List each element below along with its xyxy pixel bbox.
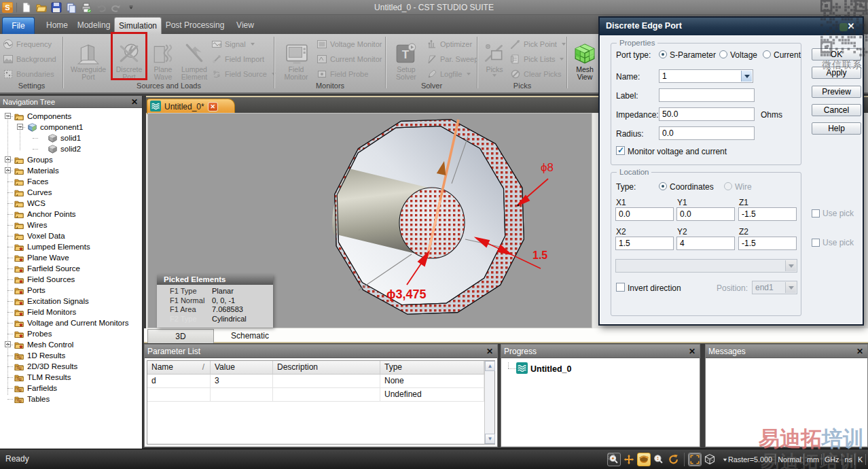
document-tab-close-icon[interactable]: ✕ — [208, 102, 218, 111]
ribbon-button-mesh-view[interactable]: Mesh View — [571, 35, 598, 81]
tree-item-groups[interactable]: Groups — [14, 154, 53, 165]
ribbon-button-frequency[interactable]: Frequency — [3, 38, 52, 50]
use-pick-checkbox[interactable] — [812, 239, 820, 247]
ribbon-button-logfile[interactable]: Logfile — [427, 68, 471, 80]
tree-item-tlm-results[interactable]: TLM Results — [14, 372, 71, 383]
coord-input-z2[interactable]: -1.5 — [738, 237, 797, 250]
tab-3d[interactable]: 3D — [147, 329, 214, 343]
tree-item-voltage-and-current-monitors[interactable]: Voltage and Current Monitors — [14, 317, 129, 328]
close-icon[interactable]: ✕ — [855, 347, 865, 356]
tree-item-ports[interactable]: Ports — [14, 285, 46, 296]
tree-item-excitation-signals[interactable]: Excitation Signals — [14, 296, 89, 307]
tree-item-plane-wave[interactable]: Plane Wave — [14, 252, 69, 263]
radio-wire[interactable] — [724, 182, 732, 190]
ribbon-button-field-monitor[interactable]: Field Monitor — [277, 35, 315, 81]
parameter-row[interactable]: d3None — [147, 375, 484, 388]
tree-item-faces[interactable]: Faces — [14, 176, 48, 187]
coord-input-z1[interactable]: -1.5 — [738, 207, 797, 221]
close-icon[interactable]: ✕ — [130, 97, 139, 107]
label-input[interactable] — [659, 88, 755, 102]
wire-cube-icon[interactable] — [703, 453, 717, 466]
column-header-name[interactable]: Name/ — [147, 361, 211, 374]
rotate-icon[interactable] — [637, 453, 651, 466]
tree-item-solid2[interactable]: solid2 — [48, 143, 81, 154]
tree-item-farfields[interactable]: Farfields — [14, 383, 57, 394]
tree-item-anchor-points[interactable]: Anchor Points — [14, 209, 76, 220]
ribbon-button-boundaries[interactable]: Boundaries — [3, 68, 54, 80]
radius-input[interactable]: 0.0 — [659, 126, 755, 140]
tree-item-field-sources[interactable]: Field Sources — [14, 274, 75, 285]
progress-item[interactable]: Untitled_0 — [516, 362, 571, 376]
scroll-up-icon[interactable]: ▲ — [485, 361, 495, 371]
radio-coordinates[interactable] — [659, 182, 667, 190]
ribbon-button-picks[interactable]: Picks — [479, 35, 510, 77]
radio-voltage[interactable] — [719, 50, 727, 58]
ribbon-button-clear-picks[interactable]: Clear Picks — [510, 68, 562, 80]
tree-item-components[interactable]: Components — [14, 111, 71, 122]
tree-item-wires[interactable]: Wires — [14, 220, 47, 230]
tree-item-materials[interactable]: Materials — [14, 165, 59, 176]
use-pick-checkbox[interactable] — [812, 209, 820, 218]
ribbon-button-pick-point[interactable]: Pick Point — [510, 38, 566, 50]
ribbon-button-optimizer[interactable]: Optimizer — [427, 38, 472, 50]
tree-item-voxel-data[interactable]: Voxel Data — [14, 230, 65, 241]
ribbon-button-waveguide-port[interactable]: Waveguide Port — [67, 35, 110, 81]
zoom-in-icon[interactable] — [607, 453, 621, 466]
radio-current[interactable] — [763, 50, 771, 58]
column-header-value[interactable]: Value — [211, 361, 273, 374]
coord-input-y1[interactable]: 0.0 — [676, 207, 735, 221]
monitor-checkbox[interactable] — [616, 146, 625, 155]
tab-post-processing[interactable]: Post Processing — [163, 17, 227, 34]
ribbon-button-current-monitor[interactable]: Current Monitor — [317, 53, 382, 65]
coord-input-y2[interactable]: 4 — [676, 237, 735, 250]
combo-dropdown-icon[interactable] — [741, 71, 752, 82]
tree-item-curves[interactable]: Curves — [14, 187, 52, 198]
tree-item-wcs[interactable]: WCS — [14, 198, 46, 209]
ribbon-button-field-probe[interactable]: Field Probe — [317, 68, 368, 80]
scroll-down-icon[interactable]: ▼ — [485, 434, 495, 444]
tree-item-lumped-elements[interactable]: Lumped Elements — [14, 241, 90, 252]
close-icon[interactable]: ✕ — [485, 347, 494, 356]
table-scrollbar[interactable]: ▲ ▼ — [484, 361, 494, 444]
3d-viewport[interactable]: ϕ8 1.5 ϕ3,475 Picked Elements F1 Type Pl… — [147, 113, 592, 328]
radio-s-parameter[interactable] — [659, 50, 667, 58]
invert-direction-checkbox[interactable] — [616, 283, 625, 292]
column-header-description[interactable]: Description — [273, 361, 380, 374]
coord-input-x1[interactable]: 0.0 — [615, 207, 674, 221]
zoom-range-icon[interactable] — [652, 453, 666, 466]
ribbon-button-background[interactable]: Background — [3, 53, 56, 65]
tree-item-probes[interactable]: Probes — [14, 328, 52, 339]
ribbon-button-field-import[interactable]: Field Import — [211, 53, 264, 65]
close-icon[interactable]: ✕ — [687, 347, 697, 356]
preview-button[interactable]: Preview — [812, 86, 861, 98]
tree-item-field-monitors[interactable]: Field Monitors — [14, 307, 76, 317]
orbit-icon[interactable] — [667, 453, 681, 466]
parameter-row[interactable]: Undefined — [147, 388, 484, 402]
ribbon-button-plane-wave[interactable]: Plane Wave — [148, 35, 178, 81]
column-header-type[interactable]: Type — [380, 361, 484, 374]
ribbon-button-field-source[interactable]: Field Source — [211, 68, 276, 80]
tab-file[interactable]: File — [2, 17, 35, 34]
ribbon-button-par.-sweep[interactable]: Par. Sweep — [427, 53, 478, 65]
ribbon-button-voltage-monitor[interactable]: Voltage Monitor — [317, 38, 382, 50]
tree-item-2d-3d-results[interactable]: 2D/3D Results — [14, 361, 77, 372]
impedance-input[interactable]: 50.0 — [659, 107, 755, 121]
ribbon-button-pick-lists[interactable]: Pick Lists — [510, 53, 564, 65]
help-button[interactable]: Help — [812, 122, 861, 135]
ribbon-button-signal[interactable]: e Signal — [211, 38, 255, 50]
tab-schematic[interactable]: Schematic — [231, 329, 269, 343]
ribbon-button-lumped-element[interactable]: Lumped Element — [178, 35, 211, 81]
ribbon-button-setup-solver[interactable]: T Setup Solver — [387, 35, 425, 81]
tree-item-solid1[interactable]: solid1 — [48, 133, 81, 143]
tree-item-component1[interactable]: component1 — [27, 122, 83, 133]
fit-view-icon[interactable] — [688, 453, 702, 466]
tab-modeling[interactable]: Modeling — [72, 17, 115, 34]
tab-view[interactable]: View — [228, 17, 262, 34]
cancel-button[interactable]: Cancel — [812, 104, 861, 116]
document-tab[interactable]: Untitled_0* ✕ — [147, 99, 235, 114]
tree-item-mesh-control[interactable]: Mesh Control — [14, 339, 73, 350]
tab-home[interactable]: Home — [39, 17, 75, 34]
coord-input-x2[interactable]: 1.5 — [615, 237, 674, 250]
name-combobox[interactable]: 1 — [659, 69, 753, 83]
tree-item-tables[interactable]: Tables — [14, 394, 50, 404]
